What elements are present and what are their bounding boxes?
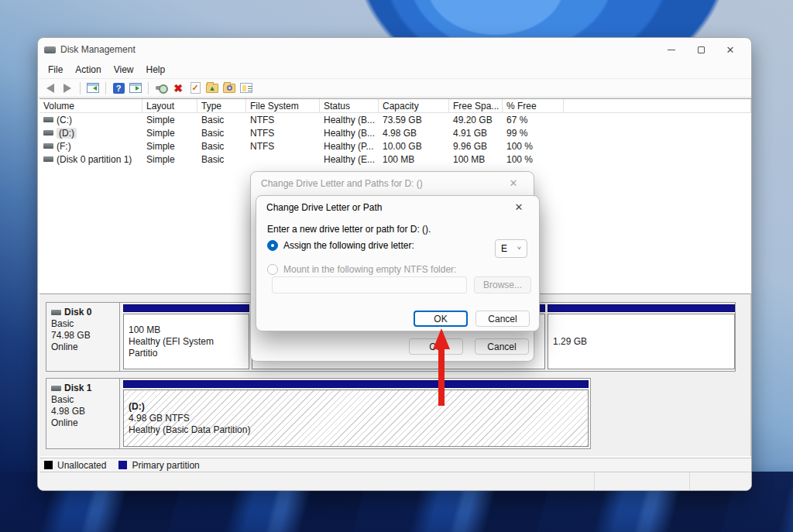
menubar: File Action View Help <box>38 61 751 78</box>
legend-bar: Unallocated Primary partition <box>39 458 751 472</box>
table-row[interactable]: (F:) Simple Basic NTFS Healthy (P... 10.… <box>39 139 751 153</box>
dialog-prompt: Enter a new drive letter or path for D: … <box>267 224 431 235</box>
maximize-button[interactable] <box>686 39 716 60</box>
browse-button[interactable]: Browse... <box>474 276 531 293</box>
mark-active-icon[interactable]: ✓ <box>188 81 202 94</box>
red-arrow-annotation <box>429 327 454 407</box>
mount-path-input[interactable] <box>272 276 467 293</box>
disk0-label[interactable]: Disk 0 Basic 74.98 GB Online <box>46 303 120 371</box>
properties-icon[interactable] <box>239 81 253 94</box>
help-icon[interactable]: ? <box>112 81 125 94</box>
assign-letter-option[interactable]: Assign the following drive letter: <box>267 240 414 251</box>
window-title: Disk Management <box>60 44 136 55</box>
col-file-system[interactable]: File System <box>246 99 320 112</box>
table-row-selected[interactable]: (D:) Simple Basic NTFS Healthy (B... 4.9… <box>39 126 751 139</box>
mount-folder-label: Mount in the following empty NTFS folder… <box>283 264 456 275</box>
volume-name: (C:) <box>57 115 72 125</box>
toolbar-separator <box>105 82 106 94</box>
volume-icon <box>43 117 53 122</box>
primary-partition-swatch <box>118 461 127 469</box>
col-volume[interactable]: Volume <box>39 99 142 112</box>
drive-letter-value: E <box>501 243 507 254</box>
volume-name: (F:) <box>57 141 71 152</box>
partition-color-strip <box>123 380 589 388</box>
volume-name: (Disk 0 partition 1) <box>57 154 132 165</box>
volume-icon <box>43 143 53 149</box>
unallocated-swatch <box>44 461 53 469</box>
drive-letter-dropdown[interactable]: E ˅ <box>495 239 527 258</box>
close-button[interactable]: ✕ <box>716 39 745 60</box>
disk0-partition-efi[interactable]: 100 MB Healthy (EFI System Partitio <box>123 304 249 369</box>
col-status[interactable]: Status <box>320 99 379 112</box>
rescan-icon[interactable] <box>154 81 168 94</box>
disk-icon <box>51 386 61 391</box>
status-grip-cell <box>594 472 689 490</box>
cancel-button[interactable]: Cancel <box>475 311 530 327</box>
col-pct-free[interactable]: % Free <box>503 99 564 112</box>
unallocated-label: Unallocated <box>57 460 106 471</box>
toolbar-separator <box>80 82 81 94</box>
menu-action[interactable]: Action <box>70 63 106 77</box>
mount-folder-option[interactable]: Mount in the following empty NTFS folder… <box>267 264 456 275</box>
col-layout[interactable]: Layout <box>142 99 197 112</box>
minimize-button[interactable] <box>657 39 686 60</box>
menu-help[interactable]: Help <box>141 63 171 77</box>
disk-management-app-icon <box>44 46 56 53</box>
volume-icon <box>43 130 53 136</box>
volume-icon <box>43 156 53 162</box>
dialog-title: Change Drive Letter or Path <box>266 202 382 213</box>
col-capacity[interactable]: Capacity <box>379 99 449 112</box>
table-row[interactable]: (Disk 0 partition 1) Simple Basic Health… <box>39 153 751 166</box>
change-drive-letter-icon[interactable]: ▲ <box>205 81 219 94</box>
close-icon[interactable]: ✕ <box>509 201 529 213</box>
col-type[interactable]: Type <box>197 99 246 112</box>
status-bar <box>39 472 751 490</box>
back-cancel-button[interactable]: Cancel <box>475 338 529 355</box>
partition-color-strip <box>548 304 735 312</box>
console-tree-icon[interactable] <box>86 81 100 94</box>
disk1-label[interactable]: Disk 1 Basic 4.98 GB Online <box>46 379 120 448</box>
toolbar-separator <box>148 82 149 94</box>
col-filler <box>564 99 751 112</box>
dialog-title: Change Drive Letter and Paths for D: () <box>261 178 423 189</box>
menu-file[interactable]: File <box>43 63 68 77</box>
delete-volume-icon[interactable]: ✖ <box>171 81 185 94</box>
status-grip-cell <box>689 472 751 490</box>
partition-color-strip <box>123 304 249 312</box>
table-row[interactable]: (C:) Simple Basic NTFS Healthy (B... 73.… <box>39 113 751 126</box>
radio-unselected-icon[interactable] <box>267 264 278 275</box>
explore-icon[interactable] <box>222 81 236 94</box>
chevron-down-icon: ˅ <box>517 245 521 252</box>
toolbar: ? ✖ ✓ ▲ <box>38 78 751 98</box>
radio-selected-icon[interactable] <box>267 240 278 251</box>
dialog-titlebar[interactable]: Change Drive Letter or Path ✕ <box>256 196 539 218</box>
back-icon[interactable] <box>43 81 57 94</box>
change-drive-letter-or-path-dialog: Change Drive Letter or Path ✕ Enter a ne… <box>256 195 540 331</box>
menu-view[interactable]: View <box>108 63 139 77</box>
forward-icon[interactable] <box>60 81 74 94</box>
disk1-partition-d[interactable]: (D:) 4.98 GB NTFS Healthy (Basic Data Pa… <box>123 380 589 447</box>
ok-button[interactable]: OK <box>414 311 468 327</box>
col-free-space[interactable]: Free Spa... <box>449 99 503 112</box>
disk-icon <box>51 310 61 315</box>
dialog-titlebar[interactable]: Change Drive Letter and Paths for D: () … <box>251 172 534 194</box>
assign-letter-label: Assign the following drive letter: <box>283 240 414 251</box>
disk0-partition-recovery[interactable]: 1.29 GB <box>548 304 735 369</box>
disk1-row: Disk 1 Basic 4.98 GB Online (D:) 4.98 GB… <box>46 378 591 449</box>
volume-name: (D:) <box>57 128 77 139</box>
primary-partition-label: Primary partition <box>132 460 199 471</box>
close-icon[interactable]: ✕ <box>503 177 524 189</box>
titlebar[interactable]: Disk Management ✕ <box>38 38 751 61</box>
volume-list-header: Volume Layout Type File System Status Ca… <box>39 99 751 113</box>
action-pane-icon[interactable] <box>129 81 142 94</box>
